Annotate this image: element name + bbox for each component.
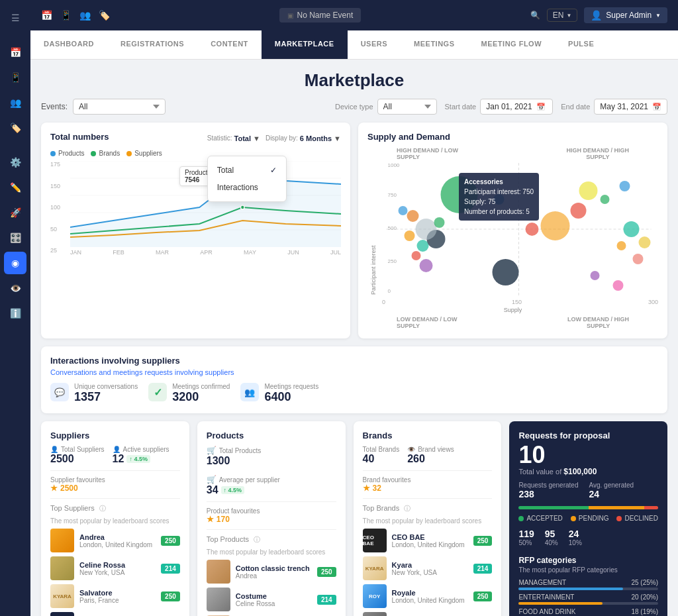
topbar-tag-icon[interactable]: 🏷️ [99, 10, 110, 21]
interactions-stats: 💬 Unique conversations 1357 ✓ Meetings c… [50, 383, 658, 404]
topbar-users-icon[interactable]: 👥 [79, 10, 91, 21]
device-type-select[interactable]: All [377, 99, 437, 115]
legend-pending: PENDING [571, 515, 609, 522]
tab-meetings[interactable]: MEETINGS [401, 30, 467, 59]
avatar [50, 529, 74, 552]
sidebar-eye-icon[interactable]: 👁️ [4, 277, 26, 299]
device-type-group: Device type All [335, 99, 436, 115]
filter-left: Events: All [41, 99, 166, 115]
supplier-favourites-stat: Supplier favourites ★ 2500 [50, 476, 180, 493]
legend-declined: DECLINED [616, 515, 658, 522]
sidebar-mobile-icon[interactable]: 📱 [4, 66, 26, 89]
svg-point-27 [541, 211, 570, 240]
svg-text:250: 250 [388, 258, 397, 264]
avatar: KYARA [363, 556, 387, 580]
svg-point-21 [434, 217, 445, 228]
svg-text:750: 750 [388, 192, 397, 198]
sidebar-circle-icon[interactable]: ◉ [4, 252, 26, 274]
svg-point-15 [420, 259, 433, 272]
avatar: CEO BAE [363, 529, 387, 552]
avatar [207, 560, 230, 584]
top-brands-subtitle: The most popular by leaderboard scores [363, 517, 493, 525]
tab-registrations[interactable]: REGISTRATIONS [107, 30, 197, 59]
top-suppliers-subtitle: The most popular by leaderboard scores [50, 517, 180, 525]
products-card: Products 🛒 Total Products 1300 🛒 Average… [197, 421, 346, 616]
avatar: KYARA [50, 584, 74, 608]
language-selector[interactable]: EN ▼ [547, 9, 578, 22]
divider2 [207, 529, 336, 530]
svg-point-32 [624, 221, 640, 237]
products-list: Cotton classic trench Andrea 250 Costume… [207, 560, 336, 616]
rfp-avg-stat: Avg. generated 24 [589, 482, 634, 499]
brand-views-stat: 👁️ Brand views 260 [407, 446, 454, 465]
top-suppliers-label: Top Suppliers ⓘ [50, 504, 180, 513]
admin-avatar-icon: 👤 [591, 10, 602, 21]
topbar-tablet-icon[interactable]: 📱 [60, 10, 72, 21]
rfp-categories-title: RFP categories [518, 556, 658, 565]
list-item: ROY Royale London, United Kingdom 250 [363, 584, 493, 608]
avg-badge: ↑ 4.5% [221, 486, 245, 494]
total-numbers-card: Total numbers Statistic: Total ▼ [41, 123, 350, 338]
list-item: SIE Sienna New York, USA 214 [363, 612, 493, 616]
start-date-label: Start date [445, 103, 477, 111]
start-date-input[interactable]: Jan 01, 2021 📅 [480, 99, 553, 115]
chart-area: 175 150 100 50 25 [50, 161, 341, 267]
dropdown-interactions[interactable]: Interactions [208, 179, 286, 196]
y-axis-label: Participant interest [367, 163, 379, 297]
info-icon[interactable]: ⓘ [254, 536, 260, 543]
chevron-down-icon: ▼ [334, 134, 341, 142]
tab-marketplace[interactable]: MARKETPLACE [262, 30, 348, 59]
sidebar-edit-icon[interactable]: ✏️ [4, 176, 26, 199]
svg-point-37 [493, 259, 519, 285]
sidebar-menu-icon[interactable]: ☰ [4, 7, 26, 29]
events-select[interactable]: All [73, 99, 166, 115]
search-icon[interactable]: 🔍 [530, 11, 540, 20]
tab-content[interactable]: CONTENT [197, 30, 262, 59]
suppliers-card: Suppliers 👤 Total Suppliers 2500 👤 Activ… [41, 421, 189, 616]
dropdown-total[interactable]: Total✓ [208, 162, 286, 179]
svg-text:500: 500 [388, 225, 397, 231]
info-icon[interactable]: ⓘ [404, 505, 411, 512]
rfp-big-number: 10 [518, 443, 658, 467]
topbar: 📅 📱 👥 🏷️ ▣ No Name Event 🔍 EN ▼ 👤 Super … [30, 0, 678, 30]
top-grid: Total numbers Statistic: Total ▼ [41, 123, 667, 338]
stat-meetings-confirmed: ✓ Meetings confirmed 3200 [148, 383, 230, 404]
sidebar-sliders-icon[interactable]: 🎛️ [4, 227, 26, 249]
content-area: Marketplace Events: All Device type All … [30, 60, 678, 616]
list-item: Celine Rossa New York, USA 214 [50, 556, 180, 580]
info-icon[interactable]: ⓘ [99, 505, 106, 512]
tab-pulse[interactable]: PULSE [555, 30, 607, 59]
accepted-value: 119 50% [518, 529, 534, 546]
stat-meetings-requests: 👥 Meetings requests 6400 [240, 383, 318, 404]
sidebar-settings-icon[interactable]: ⚙️ [4, 151, 26, 174]
sidebar-calendar-icon[interactable]: 📅 [4, 41, 26, 64]
sidebar-info-icon[interactable]: ℹ️ [4, 302, 26, 325]
topbar-calendar-icon[interactable]: 📅 [41, 10, 52, 21]
brands-stats: Total Brands 40 👁️ Brand views 260 [363, 446, 493, 465]
admin-menu[interactable]: 👤 Super Admin ▼ [584, 7, 667, 23]
rfp-categories: RFP categories The most popular RFP cate… [518, 556, 658, 616]
total-brands-stat: Total Brands 40 [363, 446, 400, 465]
tab-meeting-flow[interactable]: MEETING FLOW [468, 30, 556, 59]
tab-dashboard[interactable]: DASHBOARD [30, 30, 107, 59]
end-date-input[interactable]: May 31, 2021 📅 [594, 99, 667, 115]
svg-text:0: 0 [388, 288, 391, 294]
statistic-select[interactable]: Statistic: Total ▼ [207, 134, 260, 142]
statistic-dropdown: Total✓ Interactions [207, 156, 287, 202]
svg-point-31 [620, 181, 630, 191]
people-icon: 👥 [240, 383, 259, 401]
svg-point-26 [526, 223, 539, 236]
suppliers-stats: 👤 Total Suppliers 2500 👤 Active supplier… [50, 446, 180, 465]
stat-unique-conversations: 💬 Unique conversations 1357 [50, 383, 138, 404]
sidebar-tag-icon[interactable]: 🏷️ [4, 117, 26, 139]
divider [50, 470, 180, 471]
sidebar-users-icon[interactable]: 👥 [4, 91, 26, 114]
rfp-legend: ACCEPTED PENDING DECLINED [518, 515, 658, 522]
tab-users[interactable]: USERS [348, 30, 401, 59]
bubble-svg: 1000 750 500 250 0 [379, 163, 658, 295]
sidebar-rocket-icon[interactable]: 🚀 [4, 201, 26, 224]
display-select[interactable]: Display by: 6 Months ▼ [266, 134, 341, 142]
brands-list: CEO BAE CEO BAE London, United Kingdom 2… [363, 529, 493, 616]
cat-entertainment: ENTERTAINMENT20 (20%) [518, 593, 658, 605]
list-item: Andrea London, United Kingdom 250 [50, 529, 180, 552]
